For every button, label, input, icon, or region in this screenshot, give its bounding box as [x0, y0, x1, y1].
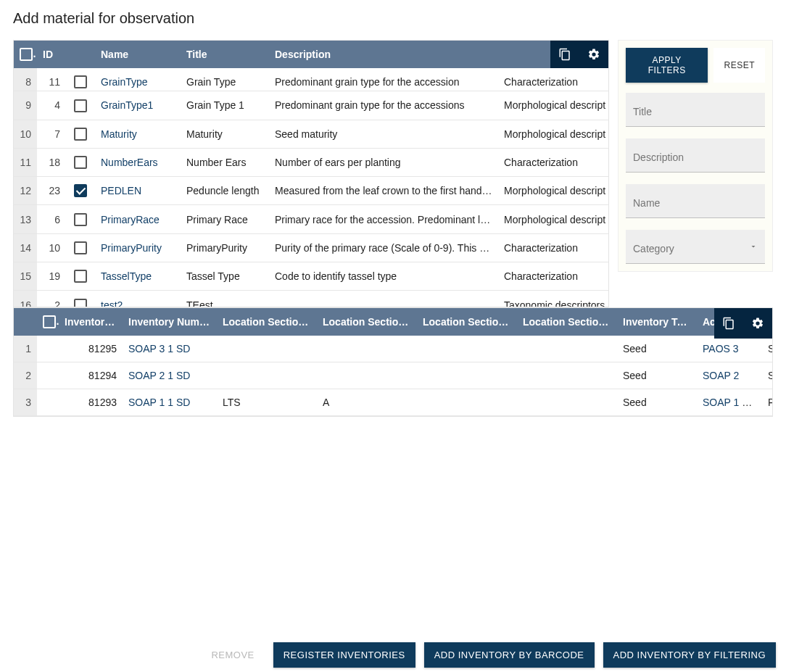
row-checkbox[interactable] [74, 270, 87, 283]
row-number: 15 [14, 262, 37, 291]
register-inventories-button[interactable]: REGISTER INVENTORIES [273, 642, 415, 668]
col-loc1[interactable]: Location Section 1 [217, 308, 317, 336]
cell-inventory-id: 81295 [59, 336, 123, 362]
cell-check [37, 336, 59, 362]
row-checkbox[interactable] [74, 128, 87, 141]
table-row[interactable]: 381293SOAP 1 1 SDLTSASeedSOAP 1 BASEPA [14, 389, 773, 416]
row-checkbox[interactable] [74, 184, 87, 197]
add-inventory-by-filtering-button[interactable]: ADD INVENTORY BY FILTERING [603, 642, 776, 668]
row-number: 12 [14, 177, 37, 205]
material-name-link[interactable]: Maturity [101, 128, 137, 140]
row-number: 13 [14, 205, 37, 233]
material-name-link[interactable]: test2 [101, 299, 123, 307]
row-checkbox[interactable] [74, 299, 87, 307]
table-row[interactable]: 281294SOAP 2 1 SDSeedSOAP 2SC [14, 362, 773, 389]
cell-inventory-number: SOAP 3 1 SD [123, 336, 217, 362]
inventory-table: Inventory ID Inventory Number Location S… [14, 308, 773, 416]
cell-inventory-number: SOAP 1 1 SD [123, 389, 217, 416]
col-name[interactable]: Name [95, 41, 181, 68]
filter-name-input[interactable] [626, 184, 765, 218]
remove-button[interactable]: REMOVE [201, 642, 264, 668]
material-name-link[interactable]: TasselType [101, 270, 152, 282]
page-title: Add material for observation [0, 0, 786, 40]
table-row[interactable]: 107MaturityMaturitySeed maturityMorpholo… [14, 120, 608, 148]
row-checkbox[interactable] [74, 99, 87, 112]
cell-title: Peduncle length [181, 177, 269, 205]
cell-accession: SOAP 1 BASE [697, 389, 762, 416]
cell-name: test2 [95, 291, 181, 307]
table-row[interactable]: 181295SOAP 3 1 SDSeedPAOS 3SC [14, 336, 773, 362]
cell-accession: SOAP 2 [697, 362, 762, 389]
cell-check [37, 389, 59, 416]
row-number: 14 [14, 233, 37, 262]
row-number: 10 [14, 120, 37, 148]
col-description[interactable]: Description [269, 41, 498, 68]
gear-icon[interactable] [743, 310, 772, 337]
col-inventory-id[interactable]: Inventory ID [59, 308, 123, 336]
cell-description: Purity of the primary race (Scale of 0-9… [269, 233, 498, 262]
cell-category: Taxonomic descriptors [498, 291, 608, 307]
row-checkbox[interactable] [74, 241, 87, 254]
material-name-link[interactable]: NumberEars [101, 157, 158, 168]
filter-description-input[interactable] [626, 138, 765, 173]
table-row[interactable]: 1118NumberEarsNumber EarsNumber of ears … [14, 148, 608, 176]
cell-id: 6 [37, 205, 66, 233]
row-checkbox[interactable] [74, 213, 87, 226]
filter-title-input[interactable] [626, 93, 765, 127]
gear-icon[interactable] [579, 41, 608, 68]
accession-link[interactable]: SOAP 1 BASE [703, 397, 762, 408]
col-check [66, 41, 95, 68]
col-id[interactable]: ID [37, 41, 66, 68]
cell-inventory-type: Seed [617, 389, 697, 416]
material-name-link[interactable]: PEDLEN [101, 185, 141, 196]
cell-overflow: SC [762, 336, 773, 362]
reset-filters-button[interactable]: RESET [713, 48, 765, 83]
row-number: 8 [14, 68, 37, 91]
table-row[interactable]: 94GrainType1Grain Type 1Predominant grai… [14, 91, 608, 120]
inventory-number-link[interactable]: SOAP 3 1 SD [128, 343, 190, 354]
cell-category: Morphological descript [498, 120, 608, 148]
table-row[interactable]: 162test2TEestTaxonomic descriptors [14, 291, 608, 307]
col-loc4[interactable]: Location Section 4 [517, 308, 617, 336]
cell-check [66, 291, 95, 307]
row-checkbox[interactable] [74, 156, 87, 169]
row-checkbox[interactable] [74, 75, 87, 88]
col-loc3[interactable]: Location Section 3 [417, 308, 517, 336]
filter-category-select[interactable] [626, 230, 765, 264]
cell-category: Characterization [498, 68, 608, 91]
col-loc2[interactable]: Location Section 2 [317, 308, 417, 336]
copy-icon[interactable] [714, 310, 743, 337]
table-row[interactable]: 811GrainTypeGrain TypePredominant grain … [14, 68, 608, 91]
cell-loc2 [317, 336, 417, 362]
row-number: 2 [14, 362, 37, 389]
row-number: 1 [14, 336, 37, 362]
material-name-link[interactable]: GrainType1 [101, 99, 153, 111]
copy-icon[interactable] [550, 41, 579, 68]
inventory-number-link[interactable]: SOAP 2 1 SD [128, 370, 190, 381]
cell-description: Primary race for the accession. Predomin… [269, 205, 498, 233]
cell-title: Maturity [181, 120, 269, 148]
col-inventory-number[interactable]: Inventory Number [123, 308, 217, 336]
table-row[interactable]: 1519TasselTypeTassel TypeCode to identif… [14, 262, 608, 291]
accession-link[interactable]: SOAP 2 [703, 370, 739, 381]
select-all-inventories-checkbox[interactable] [43, 315, 56, 328]
inventory-number-link[interactable]: SOAP 1 1 SD [128, 397, 190, 408]
table-row[interactable]: 1223PEDLENPeduncle lengthMeasured from t… [14, 177, 608, 205]
accession-link[interactable]: PAOS 3 [703, 343, 739, 354]
add-inventory-by-barcode-button[interactable]: ADD INVENTORY BY BARCODE [424, 642, 595, 668]
apply-filters-button[interactable]: APPLY FILTERS [626, 48, 708, 83]
col-inventory-type[interactable]: Inventory Type [617, 308, 697, 336]
cell-category: Characterization [498, 262, 608, 291]
inventory-table-container: Inventory ID Inventory Number Location S… [13, 307, 773, 417]
col-title[interactable]: Title [181, 41, 269, 68]
table-row[interactable]: 136PrimaryRacePrimary RacePrimary race f… [14, 205, 608, 233]
cell-name: GrainType1 [95, 91, 181, 120]
cell-description: Predominant grain type for the accession [269, 68, 498, 91]
material-name-link[interactable]: GrainType [101, 76, 148, 88]
cell-inventory-id: 81293 [59, 389, 123, 416]
material-name-link[interactable]: PrimaryRace [101, 214, 160, 225]
table-row[interactable]: 1410PrimaryPurityPrimaryPurityPurity of … [14, 233, 608, 262]
material-name-link[interactable]: PrimaryPurity [101, 242, 162, 254]
select-all-materials-checkbox[interactable] [20, 48, 33, 61]
row-number: 11 [14, 148, 37, 176]
